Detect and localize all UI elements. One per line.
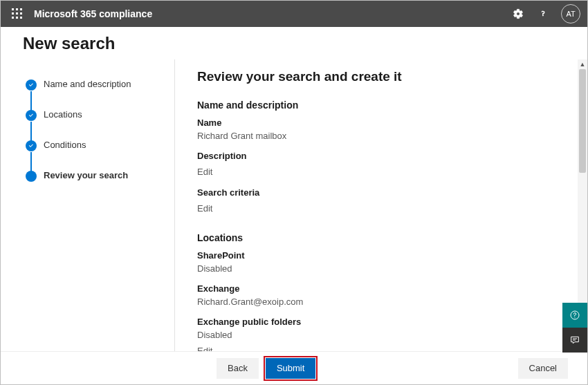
back-button[interactable]: Back [217,358,259,379]
top-bar: Microsoft 365 compliance ? AT [1,1,587,27]
step-conditions[interactable]: Conditions [26,140,160,170]
search-criteria-label: Search criteria [197,187,550,198]
user-avatar[interactable]: AT [561,4,580,24]
cancel-button[interactable]: Cancel [518,358,568,379]
step-label: Locations [44,109,82,120]
feedback-widget-button[interactable] [562,328,587,353]
scrollbar-thumb[interactable] [579,69,586,173]
sharepoint-label: SharePoint [197,250,550,261]
name-label: Name [197,118,550,128]
step-review[interactable]: Review your search [26,170,160,181]
edit-name-description-link[interactable]: Edit [197,167,212,177]
section-name-description: Name and description [197,100,550,111]
exchange-public-folders-value: Disabled [197,330,550,340]
svg-rect-6 [12,17,14,19]
svg-rect-3 [12,12,14,15]
review-heading: Review your search and create it [197,69,550,84]
checkmark-icon [26,110,37,121]
main-scroll-area[interactable]: Review your search and create it Name an… [175,59,578,351]
svg-rect-5 [20,12,22,15]
help-widget-stack [562,303,587,353]
step-label: Conditions [44,140,86,151]
edit-search-criteria-link[interactable]: Edit [197,203,212,214]
step-label: Name and description [44,79,131,90]
sharepoint-value: Disabled [197,263,550,274]
svg-rect-7 [16,17,18,19]
exchange-public-folders-label: Exchange public folders [197,317,550,327]
app-launcher-icon[interactable] [8,4,27,24]
page-title: New search [23,34,565,53]
svg-point-11 [574,317,575,318]
step-label: Review your search [44,170,128,181]
current-step-icon [26,171,37,182]
name-value: Richard Grant mailbox [197,131,550,141]
svg-rect-0 [12,8,14,10]
edit-locations-link[interactable]: Edit [197,346,212,351]
submit-button[interactable]: Submit [266,358,315,379]
settings-icon[interactable] [507,3,529,25]
step-name-description[interactable]: Name and description [26,79,160,109]
section-locations: Locations [197,232,550,243]
page-header: New search [1,27,587,60]
svg-rect-2 [20,8,22,10]
checkmark-icon [26,79,37,91]
wizard-footer: Back Submit Cancel [1,351,587,384]
main-panel: Review your search and create it Name an… [175,59,587,351]
help-icon[interactable]: ? [532,3,554,25]
help-widget-button[interactable] [562,303,587,328]
step-locations[interactable]: Locations [26,109,160,140]
description-label: Description [197,151,550,161]
svg-rect-4 [16,12,18,15]
exchange-value: Richard.Grant@exoip.com [197,297,550,307]
svg-text:?: ? [542,10,545,17]
scroll-up-icon[interactable]: ▲ [578,59,587,69]
body: Name and description Locations Condition… [1,59,587,351]
exchange-label: Exchange [197,283,550,294]
wizard-steps-sidebar: Name and description Locations Condition… [1,59,175,351]
svg-rect-8 [20,17,22,19]
svg-rect-1 [16,8,18,10]
checkmark-icon [26,140,37,151]
app-title: Microsoft 365 compliance [34,8,152,19]
